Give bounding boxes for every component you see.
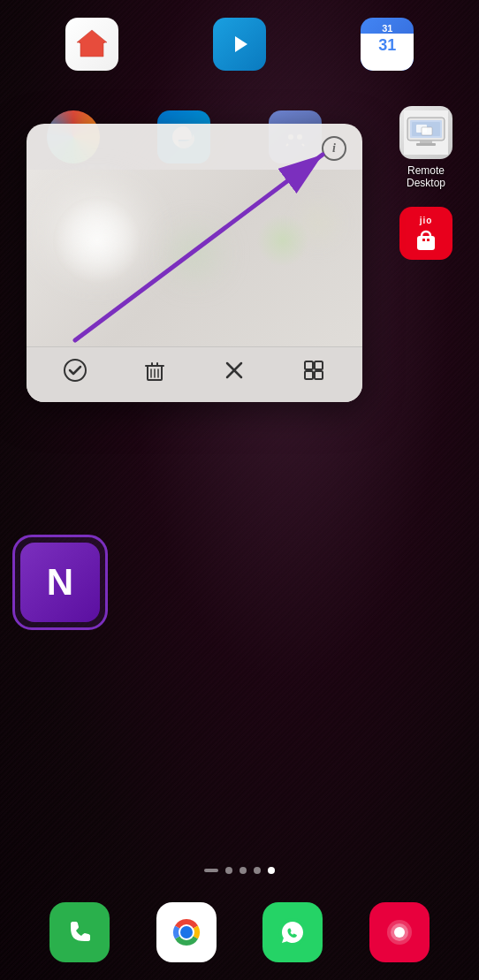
- onenote-icon: N: [20, 543, 100, 622]
- select-icon: [63, 358, 87, 388]
- app-remote-desktop[interactable]: RemoteDesktop: [391, 106, 461, 189]
- page-indicators: [0, 867, 479, 874]
- page-indicator-4-active: [268, 867, 275, 874]
- svg-point-40: [394, 927, 405, 938]
- context-popup: i: [27, 124, 362, 402]
- onenote-letter: N: [47, 561, 73, 604]
- phone-icon: [49, 902, 110, 962]
- svg-rect-29: [315, 361, 323, 369]
- page-indicator-lines: [204, 869, 218, 872]
- remove-icon: [142, 358, 167, 388]
- svg-rect-13: [420, 141, 432, 143]
- mx-player-icon: [213, 18, 266, 71]
- svg-rect-30: [305, 371, 313, 379]
- dock-camera[interactable]: [364, 902, 435, 962]
- svg-rect-12: [422, 127, 432, 135]
- page-indicator-3: [254, 867, 261, 874]
- popup-actions: [27, 346, 362, 402]
- action-remove[interactable]: [128, 358, 181, 391]
- widgets-icon: [301, 358, 326, 388]
- action-select[interactable]: [49, 358, 102, 391]
- svg-rect-31: [315, 371, 323, 379]
- svg-marker-1: [77, 30, 107, 57]
- uninstall-icon: [222, 358, 247, 388]
- page-indicator-1: [225, 867, 232, 874]
- svg-marker-3: [235, 36, 247, 52]
- remote-desktop-label: RemoteDesktop: [407, 164, 445, 189]
- whatsapp-icon: [262, 902, 323, 962]
- chrome-icon: [156, 902, 217, 962]
- svg-rect-15: [417, 236, 435, 250]
- right-app-column: RemoteDesktop jio: [391, 106, 461, 265]
- dock: [0, 902, 479, 962]
- popup-preview: [27, 170, 362, 346]
- dock-whatsapp[interactable]: [257, 902, 328, 962]
- svg-rect-14: [416, 143, 436, 146]
- svg-rect-28: [305, 361, 313, 369]
- dock-chrome[interactable]: [151, 902, 222, 962]
- svg-point-18: [65, 360, 86, 381]
- action-uninstall[interactable]: [208, 358, 261, 391]
- home-icon: [65, 18, 118, 71]
- app-mx-player[interactable]: [204, 18, 275, 76]
- action-widgets[interactable]: [287, 358, 340, 391]
- popup-header: i: [27, 124, 362, 170]
- jiomart-icon: jio: [399, 207, 452, 260]
- dock-phone[interactable]: [44, 902, 115, 962]
- calendar-icon: 31 31: [361, 18, 414, 71]
- info-button[interactable]: i: [322, 136, 346, 161]
- camera-icon: [369, 902, 430, 962]
- svg-rect-17: [427, 239, 430, 241]
- app-home[interactable]: [57, 18, 127, 76]
- remote-desktop-icon: [399, 106, 452, 159]
- app-jiomart[interactable]: jio: [391, 207, 461, 265]
- svg-point-36: [180, 926, 193, 938]
- svg-rect-16: [422, 239, 425, 241]
- onenote-desktop-icon[interactable]: N: [12, 535, 108, 630]
- page-indicator-2: [240, 867, 247, 874]
- top-app-row: 31 31: [0, 18, 479, 76]
- app-calendar[interactable]: 31 31: [352, 18, 422, 76]
